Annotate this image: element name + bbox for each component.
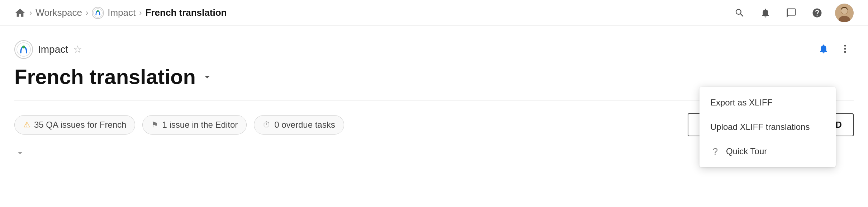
quick-tour-item[interactable]: ? Quick Tour <box>699 139 836 164</box>
title-dropdown-button[interactable] <box>201 70 214 83</box>
breadcrumb-sep-2: › <box>86 8 88 18</box>
bell-icon <box>760 8 771 18</box>
project-bell-button[interactable] <box>815 40 832 57</box>
svg-point-10 <box>844 51 846 53</box>
svg-point-6 <box>17 43 30 56</box>
export-xliff-label: Export as XLIFF <box>710 98 772 108</box>
flag-icon: ⚑ <box>151 121 158 129</box>
export-xliff-item[interactable]: Export as XLIFF <box>699 90 836 115</box>
breadcrumb: › Workspace › Impact › French translatio… <box>14 7 732 19</box>
editor-issue-badge[interactable]: ⚑ 1 issue in the Editor <box>142 115 247 135</box>
page-title: French translation <box>14 65 196 89</box>
editor-issue-label: 1 issue in the Editor <box>162 120 238 130</box>
project-logo-icon <box>16 42 31 57</box>
quick-tour-label: Quick Tour <box>726 146 767 156</box>
page-title-row: French translation <box>14 65 854 89</box>
search-icon <box>734 8 745 18</box>
chat-icon <box>786 8 797 18</box>
help-icon <box>812 8 822 18</box>
project-logo <box>14 40 33 59</box>
main-content: Impact ☆ French translation <box>0 26 868 136</box>
breadcrumb-sep-3: › <box>139 8 142 18</box>
overdue-tasks-label: 0 overdue tasks <box>274 120 335 130</box>
warning-icon: ⚠ <box>23 121 30 129</box>
impact-icon <box>92 7 104 19</box>
qa-issues-label: 35 QA issues for French <box>34 120 126 130</box>
home-link[interactable] <box>14 7 26 19</box>
project-actions <box>815 40 854 57</box>
impact-logo-icon <box>93 8 103 18</box>
breadcrumb-impact[interactable]: Impact <box>92 7 136 19</box>
favorite-button[interactable]: ☆ <box>73 44 82 55</box>
top-nav: › Workspace › Impact › French translatio… <box>0 0 868 26</box>
qa-issues-badge[interactable]: ⚠ 35 QA issues for French <box>14 115 135 135</box>
avatar-image <box>835 4 854 22</box>
upload-xliff-label: Upload XLIFF translations <box>710 122 810 132</box>
notifications-button[interactable] <box>758 5 773 21</box>
quick-tour-icon: ? <box>710 146 720 156</box>
expand-icon <box>14 147 26 159</box>
breadcrumb-current: French translation <box>146 7 227 18</box>
home-icon <box>14 7 26 19</box>
svg-point-0 <box>94 8 103 17</box>
clock-icon: ⏱ <box>263 121 271 129</box>
more-options-button[interactable] <box>836 40 854 57</box>
svg-point-7 <box>22 46 25 48</box>
more-options-dropdown: Export as XLIFF Upload XLIFF translation… <box>699 87 836 167</box>
overdue-tasks-badge[interactable]: ⏱ 0 overdue tasks <box>254 115 344 135</box>
svg-point-8 <box>844 45 846 47</box>
svg-point-1 <box>97 10 99 12</box>
breadcrumb-workspace[interactable]: Workspace <box>35 7 82 18</box>
expand-button[interactable] <box>14 147 26 161</box>
project-name: Impact <box>38 44 68 55</box>
project-bell-icon <box>818 43 829 54</box>
user-avatar[interactable] <box>835 4 854 22</box>
breadcrumb-sep-1: › <box>29 8 32 18</box>
project-header: Impact ☆ <box>14 40 854 59</box>
upload-xliff-item[interactable]: Upload XLIFF translations <box>699 115 836 139</box>
messages-button[interactable] <box>783 5 799 21</box>
search-button[interactable] <box>732 5 748 21</box>
chevron-down-icon <box>201 70 214 83</box>
help-button[interactable] <box>809 5 825 21</box>
more-vertical-icon <box>840 43 850 54</box>
nav-actions <box>732 4 854 22</box>
svg-point-9 <box>844 48 846 50</box>
